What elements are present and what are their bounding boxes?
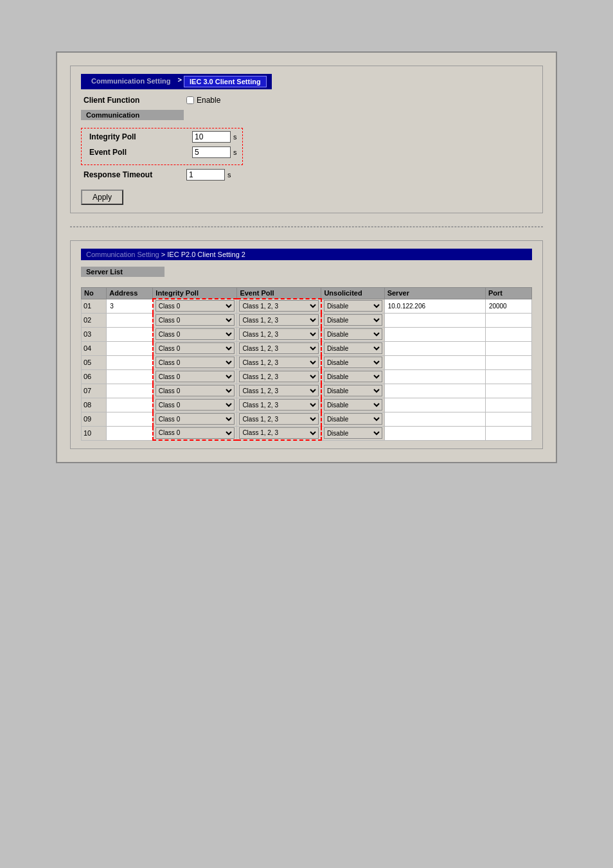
main-container: Communication Setting > IEC 3.0 Client S…: [56, 51, 557, 463]
cell-integrity-poll: Class 0Class 1Class 2Class 3Disable: [153, 398, 237, 412]
cell-no: 08: [82, 398, 107, 412]
panel1-tab2[interactable]: IEC 3.0 Client Setting: [184, 76, 267, 87]
address-input[interactable]: [109, 399, 150, 411]
server-input[interactable]: [387, 427, 483, 439]
unsolicited-select[interactable]: DisableEnable: [324, 413, 382, 425]
port-input[interactable]: [488, 300, 529, 312]
cell-port: [485, 412, 531, 426]
address-input[interactable]: [109, 342, 150, 354]
server-input[interactable]: [387, 314, 483, 326]
cell-no: 07: [82, 384, 107, 398]
cell-port: [485, 426, 531, 440]
response-timeout-input[interactable]: [186, 169, 225, 181]
integrity-poll-select[interactable]: Class 0Class 1Class 2Class 3Disable: [155, 371, 235, 382]
integrity-poll-label: Integrity Poll: [89, 132, 192, 141]
server-input[interactable]: [387, 399, 483, 411]
unsolicited-select[interactable]: DisableEnable: [324, 371, 382, 382]
unsolicited-select[interactable]: DisableEnable: [324, 399, 382, 411]
event-poll-value-wrap: s: [192, 146, 237, 158]
panel2-tab2[interactable]: IEC P2.0 Client Setting 2: [167, 251, 245, 258]
port-input[interactable]: [488, 399, 529, 411]
port-input[interactable]: [488, 357, 529, 368]
address-input[interactable]: [109, 371, 150, 382]
enable-checkbox[interactable]: [186, 96, 194, 104]
unsolicited-select[interactable]: DisableEnable: [324, 427, 382, 439]
server-input[interactable]: [387, 342, 483, 354]
event-poll-select[interactable]: Class 1, 2, 3Class 1Class 2Class 3Disabl…: [239, 314, 319, 326]
integrity-poll-select[interactable]: Class 0Class 1Class 2Class 3Disable: [155, 399, 235, 411]
address-input[interactable]: [109, 413, 150, 425]
integrity-poll-row: Integrity Poll s: [87, 131, 237, 143]
port-input[interactable]: [488, 314, 529, 326]
event-poll-select[interactable]: Class 1, 2, 3Class 1Class 2Class 3Disabl…: [239, 357, 319, 368]
event-poll-select[interactable]: Class 1, 2, 3Class 1Class 2Class 3Disabl…: [239, 342, 319, 354]
event-poll-unit: s: [233, 148, 237, 156]
address-input[interactable]: [109, 328, 150, 340]
cell-event-poll: Class 1, 2, 3Class 1Class 2Class 3Disabl…: [237, 384, 321, 398]
cell-unsolicited: DisableEnable: [321, 412, 384, 426]
integrity-poll-select[interactable]: Class 0Class 1Class 2Class 3Disable: [155, 357, 235, 368]
cell-unsolicited: DisableEnable: [321, 299, 384, 313]
integrity-poll-select[interactable]: Class 0Class 1Class 2Class 3Disable: [155, 300, 235, 312]
integrity-poll-select[interactable]: Class 0Class 1Class 2Class 3Disable: [155, 314, 235, 326]
port-input[interactable]: [488, 328, 529, 340]
server-input[interactable]: [387, 328, 483, 340]
panel1-tab1[interactable]: Communication Setting: [86, 76, 175, 87]
panel2-tab1[interactable]: Communication Setting: [86, 251, 159, 258]
port-input[interactable]: [488, 371, 529, 382]
cell-integrity-poll: Class 0Class 1Class 2Class 3Disable: [153, 341, 237, 355]
panel1-header: Communication Setting > IEC 3.0 Client S…: [81, 74, 272, 89]
address-input[interactable]: [109, 427, 150, 439]
address-input[interactable]: [109, 314, 150, 326]
port-input[interactable]: [488, 385, 529, 396]
address-input[interactable]: [109, 357, 150, 368]
event-poll-select[interactable]: Class 1, 2, 3Class 1Class 2Class 3Disabl…: [239, 371, 319, 382]
address-input[interactable]: [109, 300, 150, 312]
table-row: 02Class 0Class 1Class 2Class 3DisableCla…: [82, 313, 532, 327]
port-input[interactable]: [488, 342, 529, 354]
unsolicited-select[interactable]: DisableEnable: [324, 328, 382, 340]
address-input[interactable]: [109, 385, 150, 396]
table-row: 04Class 0Class 1Class 2Class 3DisableCla…: [82, 341, 532, 355]
cell-address: [107, 313, 153, 327]
cell-no: 09: [82, 412, 107, 426]
integrity-poll-input[interactable]: [192, 131, 231, 143]
integrity-poll-select[interactable]: Class 0Class 1Class 2Class 3Disable: [155, 342, 235, 354]
cell-no: 03: [82, 327, 107, 341]
integrity-poll-select[interactable]: Class 0Class 1Class 2Class 3Disable: [155, 427, 235, 439]
cell-port: [485, 327, 531, 341]
event-poll-select[interactable]: Class 1, 2, 3Class 1Class 2Class 3Disabl…: [239, 385, 319, 396]
server-input[interactable]: [387, 300, 483, 312]
server-input[interactable]: [387, 371, 483, 382]
panel2-separator: >: [161, 251, 167, 258]
unsolicited-select[interactable]: DisableEnable: [324, 385, 382, 396]
apply-button[interactable]: Apply: [81, 190, 123, 205]
event-poll-input[interactable]: [192, 146, 231, 158]
server-table: No Address Integrity Poll Event Poll Uns…: [81, 287, 532, 441]
event-poll-label: Event Poll: [89, 148, 192, 157]
unsolicited-select[interactable]: DisableEnable: [324, 300, 382, 312]
cell-unsolicited: DisableEnable: [321, 426, 384, 440]
cell-unsolicited: DisableEnable: [321, 327, 384, 341]
cell-unsolicited: DisableEnable: [321, 398, 384, 412]
event-poll-select[interactable]: Class 1, 2, 3Class 1Class 2Class 3Disabl…: [239, 399, 319, 411]
cell-event-poll: Class 1, 2, 3Class 1Class 2Class 3Disabl…: [237, 299, 321, 313]
integrity-poll-select[interactable]: Class 0Class 1Class 2Class 3Disable: [155, 328, 235, 340]
port-input[interactable]: [488, 413, 529, 425]
event-poll-select[interactable]: Class 1, 2, 3Class 1Class 2Class 3Disabl…: [239, 328, 319, 340]
cell-address: [107, 341, 153, 355]
unsolicited-select[interactable]: DisableEnable: [324, 342, 382, 354]
server-input[interactable]: [387, 385, 483, 396]
event-poll-select[interactable]: Class 1, 2, 3Class 1Class 2Class 3Disabl…: [239, 413, 319, 425]
server-input[interactable]: [387, 357, 483, 368]
event-poll-select[interactable]: Class 1, 2, 3Class 1Class 2Class 3Disabl…: [239, 427, 319, 439]
unsolicited-select[interactable]: DisableEnable: [324, 314, 382, 326]
event-poll-select[interactable]: Class 1, 2, 3Class 1Class 2Class 3Disabl…: [239, 300, 319, 312]
unsolicited-select[interactable]: DisableEnable: [324, 357, 382, 368]
th-integrity-poll: Integrity Poll: [153, 288, 237, 299]
integrity-poll-select[interactable]: Class 0Class 1Class 2Class 3Disable: [155, 413, 235, 425]
panel1: Communication Setting > IEC 3.0 Client S…: [70, 66, 543, 213]
integrity-poll-select[interactable]: Class 0Class 1Class 2Class 3Disable: [155, 385, 235, 396]
port-input[interactable]: [488, 427, 529, 439]
server-input[interactable]: [387, 413, 483, 425]
